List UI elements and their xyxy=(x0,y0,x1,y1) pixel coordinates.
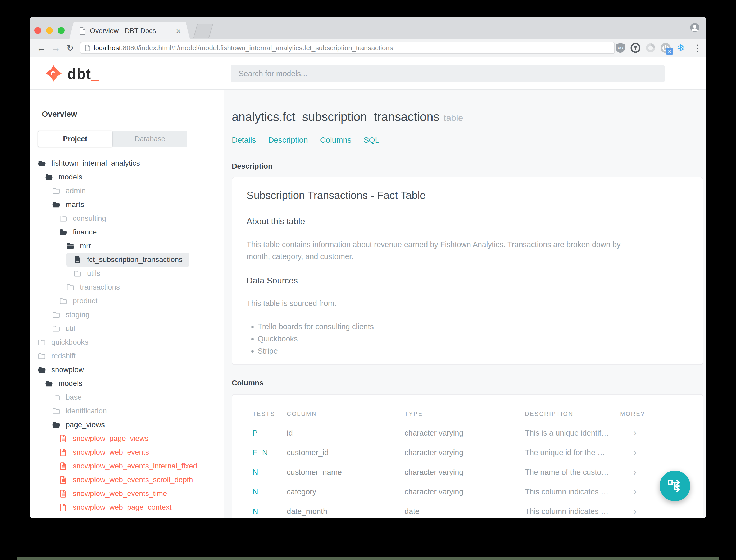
column-row-date_month[interactable]: Ndate_monthdateThis column indicates …› xyxy=(253,502,692,518)
tree-item-mrr[interactable]: mrr xyxy=(30,239,224,253)
power-extension-icon[interactable]: x xyxy=(660,43,671,53)
tests-badge: N xyxy=(253,487,287,496)
column-name: date_month xyxy=(287,507,404,516)
chevron-right-icon[interactable]: › xyxy=(620,428,692,438)
columns-section-heading: Columns xyxy=(232,379,706,387)
lineage-graph-button[interactable] xyxy=(660,471,690,501)
model-nav-link-details[interactable]: Details xyxy=(232,136,256,144)
ublock-extension-icon[interactable]: UO xyxy=(615,43,626,53)
tab-close-icon[interactable]: × xyxy=(176,27,181,35)
close-window-button[interactable] xyxy=(34,27,41,34)
snowflake-extension-icon[interactable]: ❄ xyxy=(675,43,686,53)
content-area: Overview ProjectDatabase fishtown_intern… xyxy=(30,90,706,518)
column-row-category[interactable]: Ncategorycharacter varyingThis column in… xyxy=(253,482,692,502)
browser-menu-button[interactable]: ⋮ xyxy=(690,43,701,53)
column-row-customer_id[interactable]: F Ncustomer_idcharacter varyingThe uniqu… xyxy=(253,443,692,462)
column-row-id[interactable]: Pidcharacter varyingThis is a unique ide… xyxy=(253,423,692,443)
chevron-right-icon[interactable]: › xyxy=(620,448,692,457)
tree-item-base[interactable]: base xyxy=(30,390,224,404)
url-text: localhost:8080/index.html#!/model/model.… xyxy=(94,44,393,52)
tree-item-snowplow_web_events_internal_fixed[interactable]: snowplow_web_events_internal_fixed xyxy=(30,459,224,473)
folder-icon xyxy=(52,393,60,401)
model-nav-link-columns[interactable]: Columns xyxy=(320,136,351,144)
tree-item-fishtown_internal_analytics[interactable]: fishtown_internal_analytics xyxy=(30,156,224,170)
tree-item-snowplow_web_page_context[interactable]: snowplow_web_page_context xyxy=(30,500,224,514)
page-title: analytics.fct_subscription_transactionst… xyxy=(232,110,706,124)
source-list-item: Stripe xyxy=(258,345,688,357)
column-name: id xyxy=(287,429,404,437)
column-header-description: DESCRIPTION xyxy=(525,410,620,417)
tree-item-label: page_views xyxy=(66,421,105,429)
tree-item-label: base xyxy=(66,393,82,401)
browser-profile-avatar[interactable] xyxy=(690,23,699,33)
tree-item-models[interactable]: models xyxy=(30,377,224,390)
onepassword-extension-icon[interactable] xyxy=(630,43,641,53)
minimize-window-button[interactable] xyxy=(46,27,53,34)
tree-item-product[interactable]: product xyxy=(30,294,224,308)
tests-badge: N xyxy=(253,468,287,477)
tree-item-identification[interactable]: identification xyxy=(30,404,224,418)
column-type: character varying xyxy=(404,429,525,437)
tree-item-label: redshift xyxy=(51,352,76,360)
new-tab-button[interactable] xyxy=(193,24,213,38)
tree-item-label: snowplow_page_views xyxy=(73,434,148,443)
tree-item-utils[interactable]: utils xyxy=(30,267,224,280)
tree-item-consulting[interactable]: consulting xyxy=(30,211,224,225)
tree-item-snowplow_web_events_scroll_depth[interactable]: snowplow_web_events_scroll_depth xyxy=(30,473,224,487)
url-path: :8080/index.html#!/model/model.fishtown_… xyxy=(121,44,393,52)
tree-item-label: admin xyxy=(66,187,86,195)
column-row-customer_name[interactable]: Ncustomer_namecharacter varyingThe name … xyxy=(253,462,692,482)
folder-icon xyxy=(59,214,67,223)
tree-item-util[interactable]: util xyxy=(30,322,224,335)
sidebar-overview-title[interactable]: Overview xyxy=(42,110,77,119)
column-name: customer_id xyxy=(287,448,404,457)
model-file-icon xyxy=(59,489,67,498)
tree-item-page_views[interactable]: page_views xyxy=(30,418,224,432)
tree-item-finance[interactable]: finance xyxy=(30,225,224,239)
model-nav-link-sql[interactable]: SQL xyxy=(364,136,379,144)
tree-item-label: snowplow_web_events_time xyxy=(73,489,167,498)
tree-item-models[interactable]: models xyxy=(30,170,224,184)
zoom-window-button[interactable] xyxy=(58,27,65,34)
tree-item-quickbooks[interactable]: quickbooks xyxy=(30,335,224,349)
column-header-tests: TESTS xyxy=(253,410,287,417)
sidebar-tab-project[interactable]: Project xyxy=(38,131,113,147)
column-name: category xyxy=(287,487,404,496)
browser-tab-strip: Overview - DBT Docs × xyxy=(30,17,706,39)
column-header-more: MORE? xyxy=(620,410,692,417)
forward-button[interactable]: → xyxy=(49,43,63,53)
tree-item-fct_subscription_transactions[interactable]: fct_subscription_transactions xyxy=(66,253,190,267)
tree-item-staging[interactable]: staging xyxy=(30,308,224,322)
tree-item-transactions[interactable]: transactions xyxy=(30,280,224,294)
chevron-right-icon[interactable]: › xyxy=(620,507,692,516)
source-list-item: Quickbooks xyxy=(258,333,688,345)
lineage-icon xyxy=(667,478,682,493)
tree-item-admin[interactable]: admin xyxy=(30,184,224,198)
opera-extension-icon[interactable] xyxy=(645,43,656,53)
back-button[interactable]: ← xyxy=(34,43,49,53)
folder-open-icon xyxy=(45,379,53,388)
browser-tab[interactable]: Overview - DBT Docs × xyxy=(69,22,190,39)
about-text: This table contains information about re… xyxy=(247,239,641,263)
project-database-switch: ProjectDatabase xyxy=(38,131,187,147)
column-description: The name of the custo… xyxy=(525,468,620,477)
tree-item-label: finance xyxy=(73,228,97,236)
reload-button[interactable]: ↻ xyxy=(63,44,77,52)
address-bar[interactable]: localhost:8080/index.html#!/model/model.… xyxy=(80,42,615,54)
tree-item-label: quickbooks xyxy=(51,338,88,346)
dbt-logo-icon xyxy=(45,65,62,82)
column-type: date xyxy=(404,507,525,516)
column-type: character varying xyxy=(404,468,525,477)
tree-item-snowplow_web_events[interactable]: snowplow_web_events xyxy=(30,445,224,459)
tree-item-marts[interactable]: marts xyxy=(30,198,224,211)
model-nav-link-description[interactable]: Description xyxy=(268,136,308,144)
folder-open-icon xyxy=(66,242,75,250)
description-section-heading: Description xyxy=(232,162,706,170)
tree-item-snowplow[interactable]: snowplow xyxy=(30,363,224,377)
tree-item-snowplow_web_events_time[interactable]: snowplow_web_events_time xyxy=(30,487,224,500)
column-header-column: COLUMN xyxy=(287,410,404,417)
tree-item-snowplow_page_views[interactable]: snowplow_page_views xyxy=(30,432,224,445)
tree-item-redshift[interactable]: redshift xyxy=(30,349,224,363)
search-input[interactable] xyxy=(231,65,665,82)
sidebar-tab-database[interactable]: Database xyxy=(113,131,187,147)
